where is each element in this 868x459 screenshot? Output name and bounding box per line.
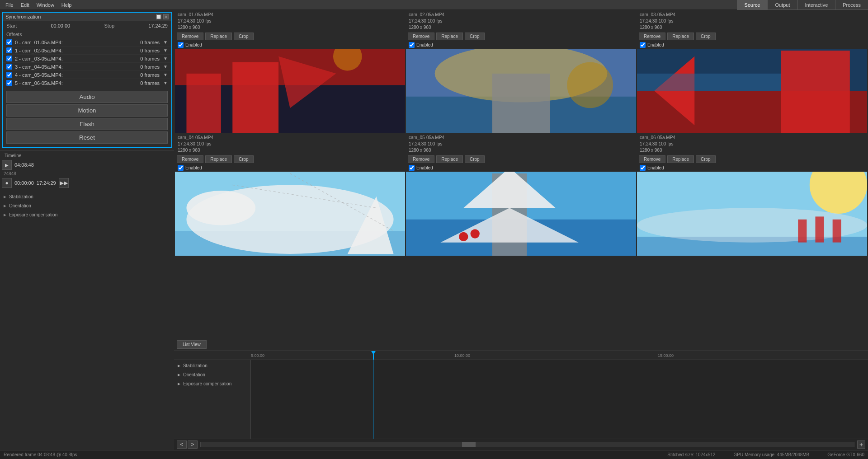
camera-3-remove[interactable]: Remove	[639, 33, 665, 40]
track-stabilization[interactable]: ► Stabilization	[3, 192, 171, 201]
svg-rect-8	[492, 74, 550, 133]
camera-3-replace[interactable]: Replace	[667, 33, 694, 40]
camera-2-replace[interactable]: Replace	[436, 33, 463, 40]
list-view-button[interactable]: List View	[177, 340, 207, 349]
camera-1-replace[interactable]: Replace	[205, 33, 232, 40]
flash-button[interactable]: Flash	[6, 118, 168, 130]
camera-5-info: cam_05-05a.MP4 17:24:30 100 fps 1280 x 9…	[406, 134, 636, 155]
sync-close-btn[interactable]: ✕	[163, 14, 169, 19]
camera-2-enabled-check[interactable]	[409, 42, 415, 48]
track-entry-orientation[interactable]: ► Orientation	[174, 370, 250, 379]
transport-next[interactable]: ▶▶	[59, 178, 69, 188]
track-exposure[interactable]: ► Exposure compensation	[3, 211, 171, 219]
camera-cell-6: cam_06-05a.MP4 17:24:30 100 fps 1280 x 9…	[637, 134, 867, 256]
camera-5-crop[interactable]: Crop	[465, 155, 485, 163]
camera-4-enabled-check[interactable]	[178, 165, 184, 171]
camera-4-checkbox[interactable]	[6, 72, 12, 78]
camera-2-checkbox[interactable]	[6, 56, 12, 61]
camera-cell-4: cam_04-05a.MP4 17:24:30 100 fps 1280 x 9…	[175, 134, 405, 256]
camera-3-crop[interactable]: Crop	[696, 33, 716, 40]
camera-0-arrow[interactable]: ▼	[163, 40, 168, 45]
menu-item-edit[interactable]: Edit	[17, 1, 33, 9]
camera-5-frames: 0 frames	[140, 80, 160, 86]
camera-3-thumbnail	[637, 49, 867, 133]
camera-offset-list: 0 - cam_01-05a.MP4: 0 frames ▼ 1 - cam_0…	[3, 38, 171, 87]
camera-6-info: cam_06-05a.MP4 17:24:30 100 fps 1280 x 9…	[637, 134, 867, 155]
camera-5-checkbox[interactable]	[6, 80, 12, 86]
camera-0-frames: 0 frames	[140, 40, 160, 45]
camera-6-buttons: Remove Replace Crop	[637, 155, 867, 164]
stop-label: Stop	[104, 23, 114, 28]
camera-5-enabled-check[interactable]	[409, 165, 415, 171]
orientation-track-label: Orientation	[183, 372, 205, 377]
camera-2-crop[interactable]: Crop	[465, 33, 485, 40]
camera-2-remove[interactable]: Remove	[408, 33, 434, 40]
camera-6-remove[interactable]: Remove	[639, 155, 665, 163]
camera-4-enabled-row: Enabled	[175, 164, 405, 172]
camera-4-frames: 0 frames	[140, 72, 160, 78]
camera-4-remove[interactable]: Remove	[177, 155, 203, 163]
timeline-nav: < > +	[174, 439, 868, 450]
svg-point-17	[186, 191, 255, 225]
camera-2-arrow[interactable]: ▼	[163, 56, 168, 61]
svg-point-23	[459, 232, 468, 241]
sync-restore-btn[interactable]: ⬜	[156, 14, 161, 19]
tab-process[interactable]: Process	[835, 0, 868, 10]
camera-6-replace[interactable]: Replace	[667, 155, 694, 163]
camera-row-2: 2 - cam_03-05a.MP4: 0 frames ▼	[3, 55, 171, 63]
camera-1-crop[interactable]: Crop	[234, 33, 254, 40]
camera-4-replace[interactable]: Replace	[205, 155, 232, 163]
exposure-arrow: ►	[3, 212, 7, 217]
ruler-time-1: 10:00:00	[454, 353, 470, 358]
svg-rect-12	[781, 51, 850, 133]
camera-1-enabled-check[interactable]	[178, 42, 184, 48]
reset-button[interactable]: Reset	[6, 131, 168, 144]
tab-source[interactable]: Source	[737, 0, 768, 10]
camera-0-checkbox[interactable]	[6, 39, 12, 45]
camera-6-filename: cam_06-05a.MP4	[640, 135, 864, 141]
zoom-track[interactable]	[200, 442, 854, 447]
nav-next-btn[interactable]: >	[188, 440, 198, 449]
stabilization-arrow: ►	[3, 194, 7, 199]
menu-item-file[interactable]: File	[2, 1, 17, 9]
menu-item-window[interactable]: Window	[33, 1, 58, 9]
camera-5-replace[interactable]: Replace	[436, 155, 463, 163]
transport-record[interactable]: ●	[2, 178, 12, 188]
tab-output[interactable]: Output	[767, 0, 797, 10]
camera-6-enabled-check[interactable]	[640, 165, 646, 171]
camera-cell-3: cam_03-05a.MP4 17:24:30 100 fps 1280 x 9…	[637, 11, 867, 133]
camera-6-thumbnail	[637, 172, 867, 256]
track-entry-stabilization[interactable]: ► Stabilization	[174, 361, 250, 370]
camera-4-name: 4 - cam_05-05a.MP4:	[15, 72, 140, 78]
camera-1-arrow[interactable]: ▼	[163, 48, 168, 53]
camera-3-arrow[interactable]: ▼	[163, 64, 168, 69]
camera-2-resolution: 1280 x 960	[409, 24, 633, 31]
camera-2-thumbnail	[406, 49, 636, 133]
playhead[interactable]	[373, 351, 374, 360]
svg-rect-3	[232, 62, 278, 133]
camera-4-arrow[interactable]: ▼	[163, 72, 168, 77]
menu-item-help[interactable]: Help	[58, 1, 75, 9]
camera-4-filename: cam_04-05a.MP4	[178, 135, 402, 141]
motion-button[interactable]: Motion	[6, 104, 168, 117]
camera-5-arrow[interactable]: ▼	[163, 80, 168, 85]
timeline-section-left: Timeline ▶ 04:08:48 24848 ● 00:00:00 17:…	[0, 150, 174, 450]
camera-1-remove[interactable]: Remove	[177, 33, 203, 40]
camera-1-checkbox[interactable]	[6, 47, 12, 53]
camera-4-crop[interactable]: Crop	[234, 155, 254, 163]
track-entry-exposure[interactable]: ► Exposure compensation	[174, 379, 250, 388]
camera-2-name: 2 - cam_03-05a.MP4:	[15, 56, 140, 61]
camera-6-crop[interactable]: Crop	[696, 155, 716, 163]
nav-prev-btn[interactable]: <	[177, 440, 187, 449]
play-button[interactable]: ▶	[2, 160, 12, 170]
camera-3-enabled-check[interactable]	[640, 42, 646, 48]
zoom-handle[interactable]	[462, 442, 476, 447]
camera-5-remove[interactable]: Remove	[408, 155, 434, 163]
camera-3-checkbox[interactable]	[6, 64, 12, 70]
zoom-plus-btn[interactable]: +	[857, 440, 865, 449]
track-orientation[interactable]: ► Orientation	[3, 201, 171, 210]
audio-button[interactable]: Audio	[6, 91, 168, 103]
camera-1-timecode: 17:24:30 100 fps	[178, 18, 402, 24]
tab-interactive[interactable]: Interactive	[797, 0, 835, 10]
camera-2-enabled-label: Enabled	[416, 42, 433, 47]
